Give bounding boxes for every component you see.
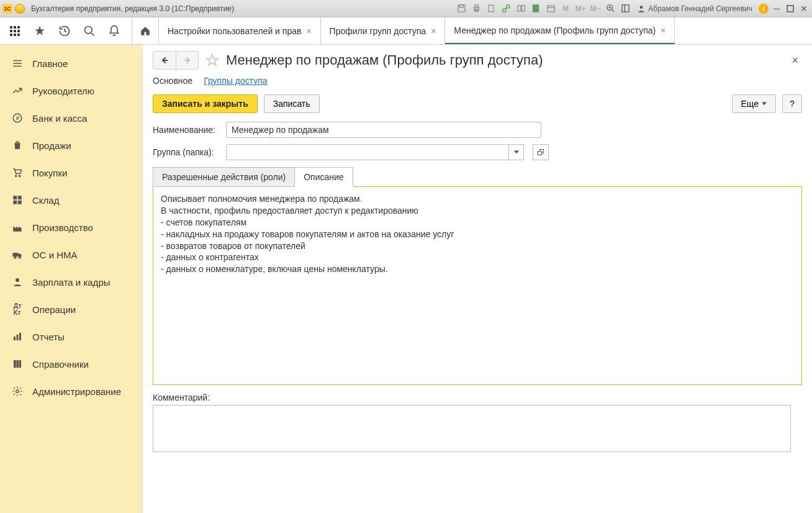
group-input[interactable] [226, 144, 509, 160]
titlebar: 1C Бухгалтерия предприятия, редакция 3.0… [0, 0, 812, 17]
compare-icon[interactable] [515, 3, 526, 14]
print-icon[interactable] [471, 3, 482, 14]
group-label: Группа (папка): [153, 147, 221, 157]
tab-sales-manager-profile[interactable]: Менеджер по продажам (Профиль групп дост… [445, 17, 675, 44]
sidebar-item-reports[interactable]: Отчеты [0, 323, 142, 350]
svg-rect-41 [14, 360, 16, 368]
svg-rect-33 [18, 201, 22, 204]
group-dropdown-button[interactable] [509, 144, 524, 160]
svg-rect-43 [19, 360, 21, 368]
subtab-main[interactable]: Основное [153, 76, 192, 86]
close-window-button[interactable]: ✕ [798, 3, 810, 14]
svg-point-29 [19, 175, 20, 176]
sidebar-item-purchases[interactable]: Покупки [0, 159, 142, 186]
history-icon[interactable] [52, 17, 77, 45]
svg-point-44 [16, 390, 19, 393]
favorites-icon[interactable] [27, 17, 52, 45]
name-input[interactable] [226, 122, 541, 138]
truck-icon [11, 248, 24, 261]
zoom-icon[interactable] [605, 3, 616, 14]
comment-textarea[interactable] [153, 405, 791, 452]
description-line: - возвратов товаров от покупателей [161, 240, 794, 252]
tab-close-icon[interactable]: × [661, 25, 665, 35]
sidebar-item-main[interactable]: Главное [0, 50, 142, 77]
svg-text:₽: ₽ [16, 116, 19, 121]
help-button[interactable]: ? [782, 94, 802, 113]
favorite-star-icon[interactable] [204, 53, 221, 68]
sidebar-item-hr[interactable]: Зарплата и кадры [0, 268, 142, 296]
m-icon[interactable]: M [560, 3, 571, 14]
svg-line-14 [611, 9, 614, 12]
tab-close-icon[interactable]: × [306, 26, 311, 36]
page-title: Менеджер по продажам (Профиль групп дост… [226, 52, 543, 68]
sidebar-item-warehouse[interactable]: Склад [0, 186, 142, 214]
svg-rect-5 [489, 5, 494, 12]
apps-menu-icon[interactable] [2, 17, 27, 45]
dropdown-indicator-icon[interactable] [15, 4, 25, 14]
sidebar-item-bank[interactable]: ₽ Банк и касса [0, 104, 142, 132]
description-line: - накладных на продажу товаров покупател… [161, 229, 794, 240]
cart-icon [11, 166, 24, 179]
minimize-button[interactable]: ─ [771, 3, 782, 14]
description-line: В частности, профиль предоставляет досту… [161, 205, 794, 217]
sidebar-item-production[interactable]: Производство [0, 214, 142, 241]
tab-close-icon[interactable]: × [431, 26, 436, 36]
tab-label: Менеджер по продажам (Профиль групп дост… [454, 25, 656, 35]
panels-icon[interactable] [620, 3, 631, 14]
nav-arrows [153, 51, 199, 70]
calculator-icon[interactable] [530, 3, 541, 14]
inner-tab-roles[interactable]: Разрешенные действия (роли) [153, 167, 295, 187]
svg-rect-8 [518, 6, 521, 11]
description-textarea[interactable]: Описывает полномочия менеджера по продаж… [153, 186, 802, 385]
svg-point-21 [85, 26, 92, 34]
sidebar-item-label: Продажи [32, 140, 71, 151]
sidebar-item-manager[interactable]: Руководителю [0, 77, 142, 104]
link-icon[interactable] [500, 3, 512, 14]
chevron-down-icon [762, 102, 767, 106]
info-icon[interactable]: i [759, 4, 769, 14]
search-icon[interactable] [77, 17, 102, 45]
sidebar-item-label: Справочники [32, 359, 89, 370]
m-minus-icon[interactable]: M− [590, 3, 601, 14]
tab-user-settings[interactable]: Настройки пользователей и прав × [159, 17, 321, 44]
svg-rect-17 [622, 5, 629, 12]
chevron-down-icon [514, 150, 519, 154]
svg-rect-42 [17, 360, 19, 368]
app-logo: 1C [2, 4, 12, 14]
group-open-button[interactable] [533, 144, 549, 160]
sidebar-item-label: Операции [32, 304, 76, 315]
svg-rect-31 [18, 196, 22, 199]
sidebar-item-directories[interactable]: Справочники [0, 350, 142, 378]
user-info[interactable]: Абрамов Геннадий Сергеевич [637, 4, 752, 13]
more-button[interactable]: Еще [732, 94, 777, 113]
svg-rect-6 [503, 9, 506, 12]
maximize-button[interactable] [785, 3, 796, 14]
tab-access-profiles[interactable]: Профили групп доступа × [321, 17, 446, 44]
sidebar-item-assets[interactable]: ОС и НМА [0, 241, 142, 268]
sidebar-item-label: Зарплата и кадры [32, 277, 111, 288]
save-icon[interactable] [456, 3, 467, 14]
calendar-icon[interactable] [545, 3, 556, 14]
forward-button[interactable] [176, 52, 198, 69]
back-button[interactable] [153, 52, 176, 69]
m-plus-icon[interactable]: M+ [575, 3, 586, 14]
svg-point-36 [19, 256, 20, 258]
document-icon[interactable] [485, 3, 497, 14]
sidebar-item-admin[interactable]: Администрирование [0, 378, 142, 405]
sidebar-item-sales[interactable]: Продажи [0, 132, 142, 159]
save-button[interactable]: Записать [264, 94, 320, 113]
close-page-button[interactable]: × [788, 54, 802, 67]
home-tab[interactable] [132, 17, 159, 44]
subtab-access-groups[interactable]: Группы доступа [204, 76, 267, 86]
sidebar: Главное Руководителю ₽ Банк и касса Прод… [0, 45, 143, 513]
inner-tab-description[interactable]: Описание [295, 167, 353, 187]
save-and-close-button[interactable]: Записать и закрыть [153, 94, 258, 113]
sidebar-item-label: Банк и касса [32, 113, 87, 124]
svg-rect-3 [475, 5, 478, 7]
svg-rect-38 [14, 337, 16, 340]
sidebar-item-operations[interactable]: ДтКт Операции [0, 296, 142, 323]
svg-rect-9 [521, 6, 525, 11]
notifications-icon[interactable] [102, 17, 127, 45]
svg-rect-10 [533, 5, 539, 12]
sidebar-item-label: Производство [32, 222, 93, 233]
